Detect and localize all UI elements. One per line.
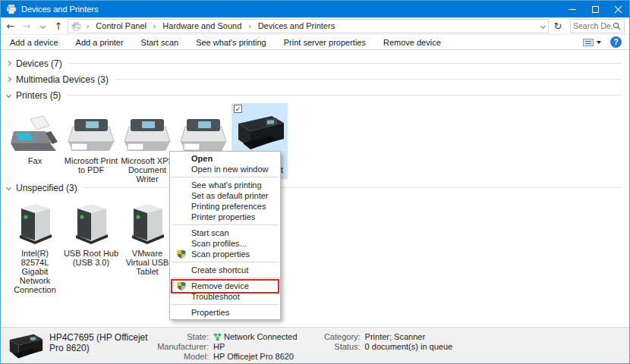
selection-checkbox[interactable]: ✓ [234,105,242,113]
chevron-down-icon [6,93,11,98]
devices-and-printers-window: Devices and Printers ← → ↑ › Control Pan… [0,0,630,364]
chevron-down-icon [39,23,45,28]
menu-item-create-shortcut[interactable]: Create shortcut [170,265,280,275]
section-label: Printers (5) [16,90,61,101]
printer-icon [120,115,175,152]
section-divider [67,95,622,96]
manufacturer-label: Manufacturer: [154,342,209,351]
help-button[interactable]: ? [610,36,622,48]
state-value: Network Connected [213,332,298,341]
device-box-icon [71,201,112,245]
maximize-button[interactable] [584,1,606,17]
model-value: HP Officejet Pro 8620 [213,352,298,361]
device-tile-intel-network[interactable]: Intel(R) 82574L Gigabit Network Connecti… [7,196,63,281]
menu-item-scan-profiles[interactable]: Scan profiles... [170,238,280,249]
section-divider [68,63,622,64]
close-button[interactable] [606,1,629,17]
recent-locations-button[interactable] [36,19,49,33]
menu-item-open[interactable]: Open [170,153,280,164]
location-icon [71,21,81,31]
menu-item-set-as-default-printer[interactable]: Set as default printer [170,190,280,201]
add-a-printer-button[interactable]: Add a printer [76,38,124,47]
menu-item-label: Scan properties [191,249,250,259]
printer-tile-fax[interactable]: Fax [7,103,63,180]
breadcrumb-hardware-and-sound[interactable]: Hardware and Sound [161,21,243,30]
forward-icon: → [23,21,31,31]
details-pane: HP4C7695 (HP Officejet Pro 8620) State: … [1,327,629,363]
network-connected-icon [213,333,222,341]
section-printers[interactable]: Printers (5) [1,87,629,103]
minimize-button[interactable] [561,1,584,17]
menu-item-printing-preferences[interactable]: Printing preferences [170,201,280,212]
device-tile-usb-root-hub[interactable]: USB Root Hub (USB 3.0) [63,196,119,281]
tile-label: Microsoft Print to PDF [63,156,119,174]
back-icon: ← [7,21,15,31]
minimize-icon [569,9,576,10]
search-input[interactable] [573,21,613,30]
maximize-icon [592,6,599,13]
menu-item-troubleshoot[interactable]: Troubleshoot [170,291,280,302]
address-dropdown-icon[interactable] [540,23,546,28]
chevron-down-icon [6,185,11,190]
refresh-button[interactable]: ↻ [551,19,565,33]
section-divider [83,187,622,188]
search-box[interactable] [570,19,625,33]
menu-item-open-in-new-window[interactable]: Open in new window [170,164,280,174]
device-tile-vmware-usb-tablet[interactable]: VMware Virtual USB Tablet [119,196,175,281]
window-title: Devices and Printers [21,5,561,14]
navigation-bar: ← → ↑ › Control Panel › Hardware and Sou… [1,17,629,35]
printer-tile-microsoft-xps-document-writer[interactable]: Microsoft XPS Document Writer [119,103,175,180]
app-icon [6,4,17,14]
section-unspecified[interactable]: Unspecified (3) [1,180,629,196]
back-button[interactable]: ← [4,19,17,33]
forward-button[interactable]: → [20,19,33,33]
tile-label: Intel(R) 82574L Gigabit Network Connecti… [7,249,63,294]
breadcrumb-devices-and-printers[interactable]: Devices and Printers [257,21,337,30]
device-box-icon [14,201,55,245]
chevron-right-icon [6,77,11,82]
category-value: Printer; Scanner [365,332,453,341]
state-label: State: [154,332,209,341]
section-devices[interactable]: Devices (7) [1,55,629,71]
menu-item-printer-properties[interactable]: Printer properties [170,212,280,222]
menu-separator [172,177,279,177]
breadcrumb-separator: › [84,22,91,30]
view-options-button[interactable] [583,39,601,46]
printer-tile-microsoft-print-to-pdf[interactable]: Microsoft Print to PDF [63,103,119,180]
selected-device-thumbnail [1,328,49,363]
details-column-2: Category: Printer; Scanner Status: 0 doc… [319,332,453,363]
status-label: Status: [319,342,361,351]
menu-item-scan-properties[interactable]: Scan properties [170,249,280,259]
section-label: Multimedia Devices (3) [16,74,109,85]
printers-row: Fax Microsoft Print to PDF Microsoft XPS… [1,103,629,180]
menu-item-see-whats-printing[interactable]: See what's printing [170,180,280,190]
menu-separator [172,224,279,225]
menu-separator [172,304,279,305]
print-server-properties-button[interactable]: Print server properties [284,38,366,47]
menu-item-start-scan[interactable]: Start scan [170,228,280,238]
up-button[interactable]: ↑ [52,19,65,33]
list-view-icon [583,39,594,46]
device-list-area: Devices (7) Multimedia Devices (3) Print… [1,55,629,334]
tile-label: USB Root Hub (USB 3.0) [63,249,119,267]
section-multimedia-devices[interactable]: Multimedia Devices (3) [1,71,629,87]
section-label: Devices (7) [16,58,62,69]
category-label: Category: [319,332,361,341]
breadcrumb-separator: › [151,22,158,30]
tile-label: Fax [7,156,63,165]
tile-label: VMware Virtual USB Tablet [119,249,175,276]
breadcrumb-control-panel[interactable]: Control Panel [94,21,148,30]
details-column-1: State: Network Connected Manufacturer: H… [154,332,298,363]
hp-printer-icon [232,111,287,152]
add-a-device-button[interactable]: Add a device [10,38,58,47]
section-label: Unspecified (3) [16,183,77,193]
remove-device-button[interactable]: Remove device [383,38,441,47]
context-menu: Open Open in new window See what's print… [169,151,281,320]
menu-item-properties[interactable]: Properties [170,307,280,318]
menu-item-remove-device[interactable]: Remove device [170,281,280,291]
start-scan-button[interactable]: Start scan [141,38,179,47]
address-bar[interactable]: › Control Panel › Hardware and Sound › D… [68,19,549,33]
see-whats-printing-button[interactable]: See what's printing [196,38,266,47]
tile-label: Microsoft XPS Document Writer [119,156,175,184]
section-divider [115,79,622,80]
